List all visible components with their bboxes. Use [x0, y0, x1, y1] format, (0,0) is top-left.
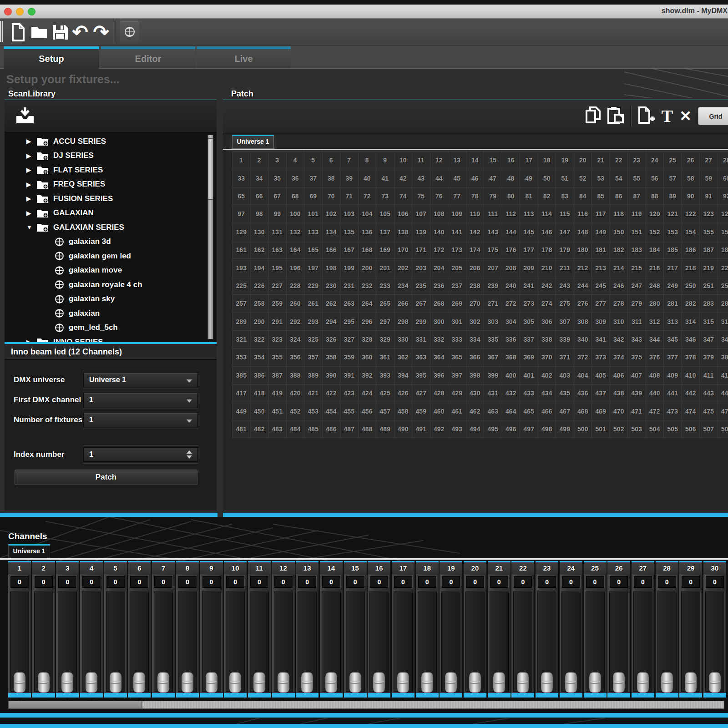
dmx-cell-152[interactable]: 152 — [646, 223, 664, 241]
tree-scrollbar-thumb[interactable] — [208, 138, 213, 200]
dmx-cell-198[interactable]: 198 — [323, 259, 341, 277]
dmx-cell-234[interactable]: 234 — [394, 277, 413, 295]
dmx-cell-3[interactable]: 3 — [268, 152, 287, 169]
dmx-cell-248[interactable]: 248 — [646, 277, 664, 295]
dmx-cell-51[interactable]: 51 — [556, 169, 574, 187]
dmx-cell-140[interactable]: 140 — [430, 223, 449, 241]
dmx-cell-493[interactable]: 493 — [448, 420, 466, 438]
dmx-cell-196[interactable]: 196 — [287, 259, 305, 277]
dmx-cell-216[interactable]: 216 — [646, 259, 664, 277]
dmx-cell-403[interactable]: 403 — [556, 367, 574, 384]
dmx-cell-342[interactable]: 342 — [610, 331, 628, 349]
dmx-cell-491[interactable]: 491 — [412, 420, 430, 438]
dmx-cell-484[interactable]: 484 — [287, 420, 305, 438]
tree-item-gem-led-5ch[interactable]: gem_led_5ch — [5, 321, 217, 335]
dmx-cell-316[interactable]: 316 — [718, 313, 728, 331]
dmx-cell-79[interactable]: 79 — [484, 187, 502, 205]
dmx-cell-354[interactable]: 354 — [251, 349, 269, 366]
dmx-cell-462[interactable]: 462 — [466, 402, 485, 420]
dmx-cell-209[interactable]: 209 — [520, 259, 538, 277]
dmx-cell-489[interactable]: 489 — [376, 420, 394, 438]
dmx-cell-402[interactable]: 402 — [538, 367, 556, 384]
dmx-cell-389[interactable]: 389 — [304, 367, 323, 384]
dmx-cell-115[interactable]: 115 — [556, 205, 574, 223]
fader-knob[interactable] — [229, 672, 242, 693]
dmx-cell-432[interactable]: 432 — [502, 384, 521, 402]
tree-item-galaxian-gem-led[interactable]: galaxian gem led — [5, 249, 217, 263]
dmx-cell-262[interactable]: 262 — [323, 295, 341, 313]
dmx-cell-113[interactable]: 113 — [520, 205, 538, 223]
dmx-cell-7[interactable]: 7 — [340, 152, 359, 169]
dmx-cell-330[interactable]: 330 — [394, 331, 413, 349]
dmx-cell-284[interactable]: 284 — [718, 295, 728, 313]
dmx-cell-71[interactable]: 71 — [340, 187, 359, 205]
dmx-cell-485[interactable]: 485 — [304, 420, 323, 438]
fader-knob[interactable] — [541, 672, 553, 693]
dmx-cell-490[interactable]: 490 — [394, 420, 413, 438]
dmx-cell-176[interactable]: 176 — [502, 241, 521, 259]
dmx-cell-213[interactable]: 213 — [592, 259, 610, 277]
close-button[interactable] — [4, 8, 12, 15]
patch-universe-tab[interactable]: Universe 1 — [232, 135, 274, 149]
dmx-cell-120[interactable]: 120 — [646, 205, 664, 223]
dmx-cell-34[interactable]: 34 — [251, 169, 269, 187]
dmx-cell-458[interactable]: 458 — [394, 402, 413, 420]
dmx-cell-476[interactable]: 476 — [718, 402, 728, 420]
dmx-cell-200[interactable]: 200 — [359, 259, 377, 277]
fader-knob[interactable] — [253, 672, 266, 693]
dmx-cell-163[interactable]: 163 — [268, 241, 287, 259]
dmx-cell-98[interactable]: 98 — [251, 205, 269, 223]
dmx-cell-391[interactable]: 391 — [340, 367, 359, 384]
dmx-cell-461[interactable]: 461 — [448, 402, 466, 420]
dmx-cell-242[interactable]: 242 — [538, 277, 556, 295]
dmx-cell-118[interactable]: 118 — [610, 205, 628, 223]
dmx-cell-75[interactable]: 75 — [412, 187, 430, 205]
fader-knob[interactable] — [373, 672, 385, 693]
dmx-cell-47[interactable]: 47 — [484, 169, 502, 187]
dmx-cell-80[interactable]: 80 — [502, 187, 521, 205]
dmx-cell-14[interactable]: 14 — [466, 152, 485, 169]
dmx-cell-171[interactable]: 171 — [412, 241, 430, 259]
dmx-cell-258[interactable]: 258 — [251, 295, 269, 313]
tree-item-galaxian-series[interactable]: ▼GALAXIAN SERIES — [5, 220, 217, 235]
dmx-cell-167[interactable]: 167 — [340, 241, 359, 259]
dmx-cell-380[interactable]: 380 — [718, 349, 728, 366]
dmx-cell-321[interactable]: 321 — [233, 331, 251, 349]
dmx-cell-55[interactable]: 55 — [628, 169, 646, 187]
dmx-cell-15[interactable]: 15 — [484, 152, 502, 169]
titlebar[interactable]: show.dlm - MyDMX — [0, 5, 728, 19]
dmx-cell-141[interactable]: 141 — [448, 223, 466, 241]
fader-knob[interactable] — [493, 672, 506, 693]
dmx-cell-347[interactable]: 347 — [700, 331, 718, 349]
dmx-cell-142[interactable]: 142 — [466, 223, 485, 241]
dmx-cell-390[interactable]: 390 — [323, 367, 341, 384]
dmx-cell-111[interactable]: 111 — [484, 205, 502, 223]
dmx-cell-175[interactable]: 175 — [484, 241, 502, 259]
dmx-cell-202[interactable]: 202 — [394, 259, 413, 277]
dmx-cell-441[interactable]: 441 — [664, 384, 682, 402]
dmx-cell-41[interactable]: 41 — [376, 169, 394, 187]
dmx-cell-42[interactable]: 42 — [394, 169, 413, 187]
dmx-cell-264[interactable]: 264 — [359, 295, 377, 313]
dmx-cell-52[interactable]: 52 — [574, 169, 592, 187]
dmx-cell-270[interactable]: 270 — [466, 295, 485, 313]
dmx-cell-102[interactable]: 102 — [323, 205, 341, 223]
dmx-cell-468[interactable]: 468 — [574, 402, 592, 420]
dmx-cell-106[interactable]: 106 — [394, 205, 413, 223]
grid-view-button[interactable]: Grid — [698, 107, 728, 125]
dmx-cell-425[interactable]: 425 — [376, 384, 394, 402]
dmx-cell-343[interactable]: 343 — [628, 331, 646, 349]
dmx-cell-348[interactable]: 348 — [718, 331, 728, 349]
dmx-cell-267[interactable]: 267 — [412, 295, 430, 313]
fader-knob[interactable] — [133, 672, 146, 693]
fader-knob[interactable] — [469, 672, 481, 693]
dmx-cell-130[interactable]: 130 — [251, 223, 269, 241]
dmx-cell-438[interactable]: 438 — [610, 384, 628, 402]
dmx-cell-408[interactable]: 408 — [646, 367, 664, 384]
dmx-cell-444[interactable]: 444 — [718, 384, 728, 402]
fader-knob[interactable] — [13, 672, 26, 693]
dmx-cell-430[interactable]: 430 — [466, 384, 485, 402]
dmx-cell-394[interactable]: 394 — [394, 367, 413, 384]
dmx-cell-181[interactable]: 181 — [592, 241, 610, 259]
dmx-cell-326[interactable]: 326 — [323, 331, 341, 349]
